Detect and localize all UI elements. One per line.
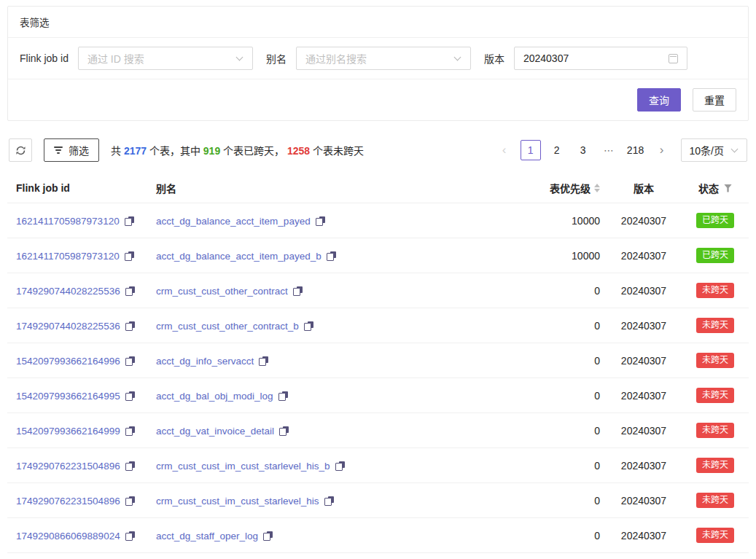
- reset-button[interactable]: 重置: [693, 88, 736, 112]
- flink-job-id-link[interactable]: 1749290744028225536: [16, 286, 120, 297]
- alias-link[interactable]: acct_dg_balance_acct_item_payed: [156, 216, 311, 227]
- prev-page-button[interactable]: ‹: [494, 140, 515, 160]
- calendar-icon: [669, 54, 678, 63]
- alias-link[interactable]: crm_cust_cust_other_contract: [156, 286, 288, 297]
- alias-placeholder: 通过别名搜索: [305, 51, 367, 66]
- status-badge: 未跨天: [696, 528, 734, 543]
- copy-icon[interactable]: [125, 356, 135, 366]
- priority-cell: 0: [518, 343, 606, 378]
- flink-job-id-link[interactable]: 1621411705987973120: [16, 216, 120, 227]
- priority-cell: 0: [518, 308, 606, 343]
- alias-link[interactable]: acct_dg_bal_obj_modi_log: [156, 391, 273, 402]
- flink-job-id-link[interactable]: 1749290866069889024: [16, 531, 120, 542]
- table-row: 1749290744028225536crm_cust_cust_other_c…: [7, 308, 749, 343]
- filter-toggle-label: 筛选: [69, 143, 89, 157]
- chevron-down-icon: [454, 55, 461, 62]
- alias-link[interactable]: crm_cust_cust_im_cust_starlevel_his: [156, 496, 319, 507]
- page-button-2[interactable]: 2: [547, 140, 567, 160]
- sort-icon[interactable]: [594, 184, 600, 192]
- flink-job-id-placeholder: 通过 ID 搜索: [87, 51, 144, 66]
- flink-job-id-label: Flink job id: [20, 52, 69, 64]
- table-row: 1749290762231504896crm_cust_cust_im_cust…: [7, 483, 749, 518]
- page-ellipsis[interactable]: ⋯: [599, 140, 620, 160]
- summary-segment: 共: [111, 145, 124, 157]
- chevron-down-icon: [731, 146, 739, 154]
- alias-link[interactable]: crm_cust_cust_im_cust_starlevel_his_b: [156, 461, 330, 472]
- data-table: Flink job id 别名 表优先级 版本 状态 1621411705987…: [7, 173, 749, 553]
- copy-icon[interactable]: [324, 496, 334, 506]
- copy-icon[interactable]: [259, 356, 268, 366]
- priority-cell: 0: [518, 273, 606, 308]
- copy-icon[interactable]: [293, 286, 303, 296]
- copy-icon[interactable]: [304, 321, 313, 331]
- version-date-input[interactable]: 20240307: [514, 47, 687, 70]
- flink-job-id-link[interactable]: 1621411705987973120: [16, 251, 120, 262]
- col-header-alias: 别名: [150, 173, 518, 203]
- copy-icon[interactable]: [316, 216, 325, 226]
- status-badge: 未跨天: [696, 388, 734, 403]
- copy-icon[interactable]: [125, 286, 135, 296]
- copy-icon[interactable]: [327, 251, 336, 261]
- copy-icon[interactable]: [125, 251, 134, 261]
- copy-icon[interactable]: [125, 391, 135, 401]
- version-value: 20240307: [523, 52, 569, 64]
- copy-icon[interactable]: [263, 531, 273, 541]
- page-button-218[interactable]: 218: [626, 140, 646, 160]
- version-cell: 20240307: [606, 413, 682, 448]
- copy-icon[interactable]: [125, 321, 135, 331]
- page-size-select[interactable]: 10条/页: [681, 138, 747, 162]
- version-cell: 20240307: [606, 203, 682, 238]
- pagination: ‹123⋯218›10条/页: [494, 138, 747, 162]
- page-button-1[interactable]: 1: [521, 140, 541, 160]
- copy-icon[interactable]: [125, 461, 135, 471]
- flink-job-id-link[interactable]: 1749290762231504896: [16, 461, 120, 472]
- table-body: 1621411705987973120acct_dg_balance_acct_…: [7, 203, 749, 553]
- table-row: 1542097993662164999acct_dg_vat_invoice_d…: [7, 413, 749, 448]
- status-badge: 未跨天: [696, 458, 734, 473]
- flink-job-id-link[interactable]: 1542097993662164995: [16, 391, 120, 402]
- col-header-label: Flink job id: [16, 182, 70, 194]
- col-header-version: 版本: [606, 173, 682, 203]
- copy-icon[interactable]: [125, 216, 134, 226]
- flink-job-id-link[interactable]: 1749290744028225536: [16, 321, 120, 332]
- priority-cell: 0: [518, 483, 606, 518]
- flink-job-id-link[interactable]: 1542097993662164996: [16, 356, 120, 367]
- filter-toggle-button[interactable]: 筛选: [44, 138, 99, 162]
- version-cell: 20240307: [606, 238, 682, 273]
- status-badge: 未跨天: [696, 318, 734, 333]
- next-page-button[interactable]: ›: [652, 140, 672, 160]
- alias-select[interactable]: 通过别名搜索: [296, 47, 471, 70]
- status-badge: 未跨天: [696, 423, 734, 438]
- status-badge: 已跨天: [696, 213, 734, 228]
- copy-icon[interactable]: [278, 391, 288, 401]
- refresh-button[interactable]: [9, 138, 32, 162]
- col-header-flink-job-id: Flink job id: [7, 173, 150, 203]
- alias-link[interactable]: acct_dg_staff_oper_log: [156, 531, 258, 542]
- copy-icon[interactable]: [125, 426, 135, 436]
- alias-link[interactable]: acct_dg_vat_invoice_detail: [156, 426, 274, 437]
- total-count: 2177: [124, 145, 147, 157]
- flink-job-id-link[interactable]: 1749290762231504896: [16, 496, 120, 507]
- version-cell: 20240307: [606, 483, 682, 518]
- table-row: 1542097993662164996acct_dg_info_servacct…: [7, 343, 749, 378]
- copy-icon[interactable]: [335, 461, 345, 471]
- filter-funnel-icon[interactable]: [724, 184, 732, 192]
- copy-icon[interactable]: [279, 426, 289, 436]
- flink-job-id-select[interactable]: 通过 ID 搜索: [78, 47, 253, 70]
- chevron-down-icon: [236, 55, 243, 62]
- alias-link[interactable]: acct_dg_balance_acct_item_payed_b: [156, 251, 322, 262]
- priority-cell: 10000: [518, 203, 606, 238]
- copy-icon[interactable]: [125, 496, 135, 506]
- version-cell: 20240307: [606, 308, 682, 343]
- flink-job-id-link[interactable]: 1542097993662164999: [16, 426, 120, 437]
- copy-icon[interactable]: [125, 531, 135, 541]
- alias-link[interactable]: crm_cust_cust_other_contract_b: [156, 321, 299, 332]
- priority-cell: 0: [518, 448, 606, 483]
- page-size-value: 10条/页: [690, 143, 724, 157]
- query-button[interactable]: 查询: [637, 88, 681, 112]
- alias-link[interactable]: acct_dg_info_servacct: [156, 356, 254, 367]
- table-row: 1621411705987973120acct_dg_balance_acct_…: [7, 238, 749, 273]
- toolbar: 筛选 共 2177 个表，其中 919 个表已跨天， 1258 个表未跨天 ‹1…: [7, 138, 749, 162]
- priority-cell: 0: [518, 378, 606, 413]
- page-button-3[interactable]: 3: [573, 140, 593, 160]
